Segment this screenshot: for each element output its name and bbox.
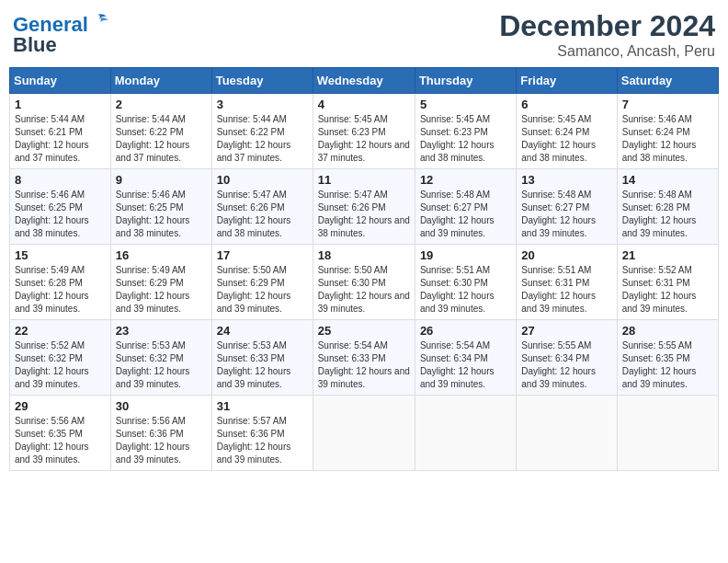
col-monday: Monday <box>110 68 211 94</box>
col-thursday: Thursday <box>415 68 516 94</box>
calendar-title: December 2024 <box>499 9 715 43</box>
cell-info: Sunrise: 5:45 AMSunset: 6:23 PMDaylight:… <box>318 114 410 163</box>
week-row-3: 15 Sunrise: 5:49 AMSunset: 6:28 PMDaylig… <box>10 245 719 320</box>
day-number: 7 <box>622 98 713 111</box>
title-block: December 2024 Samanco, Ancash, Peru <box>499 9 715 60</box>
day-number: 21 <box>622 248 713 262</box>
day-number: 15 <box>15 248 106 262</box>
cell-info: Sunrise: 5:52 AMSunset: 6:32 PMDaylight:… <box>15 340 89 389</box>
table-cell: 7 Sunrise: 5:46 AMSunset: 6:24 PMDayligh… <box>617 94 718 169</box>
cell-info: Sunrise: 5:44 AMSunset: 6:22 PMDaylight:… <box>217 114 291 163</box>
day-number: 23 <box>116 324 207 338</box>
day-number: 29 <box>15 399 106 413</box>
cell-info: Sunrise: 5:53 AMSunset: 6:32 PMDaylight:… <box>116 340 190 389</box>
cell-info: Sunrise: 5:55 AMSunset: 6:35 PMDaylight:… <box>622 340 697 389</box>
week-row-2: 8 Sunrise: 5:46 AMSunset: 6:25 PMDayligh… <box>10 169 719 245</box>
table-cell: 20 Sunrise: 5:51 AMSunset: 6:31 PMDaylig… <box>517 245 617 320</box>
cell-info: Sunrise: 5:45 AMSunset: 6:23 PMDaylight:… <box>420 114 495 163</box>
day-number: 12 <box>420 173 511 187</box>
table-cell: 30 Sunrise: 5:56 AMSunset: 6:36 PMDaylig… <box>110 396 211 471</box>
day-number: 26 <box>420 324 511 338</box>
table-cell: 11 Sunrise: 5:47 AMSunset: 6:26 PMDaylig… <box>313 169 415 245</box>
table-cell: 10 Sunrise: 5:47 AMSunset: 6:26 PMDaylig… <box>211 169 313 245</box>
table-cell: 27 Sunrise: 5:55 AMSunset: 6:34 PMDaylig… <box>517 320 617 396</box>
table-cell: 9 Sunrise: 5:46 AMSunset: 6:25 PMDayligh… <box>110 169 211 245</box>
day-number: 1 <box>15 98 106 111</box>
table-cell: 1 Sunrise: 5:44 AMSunset: 6:21 PMDayligh… <box>10 94 111 169</box>
cell-info: Sunrise: 5:46 AMSunset: 6:24 PMDaylight:… <box>622 114 697 163</box>
table-cell: 3 Sunrise: 5:44 AMSunset: 6:22 PMDayligh… <box>211 94 313 169</box>
cell-info: Sunrise: 5:51 AMSunset: 6:30 PMDaylight:… <box>420 265 495 314</box>
calendar-header-row: Sunday Monday Tuesday Wednesday Thursday… <box>10 68 719 94</box>
table-cell: 13 Sunrise: 5:48 AMSunset: 6:27 PMDaylig… <box>517 169 617 245</box>
cell-info: Sunrise: 5:48 AMSunset: 6:28 PMDaylight:… <box>622 190 697 238</box>
table-cell <box>415 396 516 471</box>
table-cell: 25 Sunrise: 5:54 AMSunset: 6:33 PMDaylig… <box>313 320 415 396</box>
table-cell: 16 Sunrise: 5:49 AMSunset: 6:29 PMDaylig… <box>110 245 211 320</box>
cell-info: Sunrise: 5:48 AMSunset: 6:27 PMDaylight:… <box>521 190 596 238</box>
cell-info: Sunrise: 5:50 AMSunset: 6:29 PMDaylight:… <box>217 265 291 314</box>
day-number: 30 <box>116 399 207 413</box>
day-number: 9 <box>116 173 207 187</box>
table-cell: 29 Sunrise: 5:56 AMSunset: 6:35 PMDaylig… <box>10 396 111 471</box>
table-cell: 23 Sunrise: 5:53 AMSunset: 6:32 PMDaylig… <box>110 320 211 396</box>
week-row-4: 22 Sunrise: 5:52 AMSunset: 6:32 PMDaylig… <box>10 320 719 396</box>
cell-info: Sunrise: 5:51 AMSunset: 6:31 PMDaylight:… <box>521 265 596 314</box>
day-number: 18 <box>318 248 410 262</box>
cell-info: Sunrise: 5:55 AMSunset: 6:34 PMDaylight:… <box>521 340 596 389</box>
cell-info: Sunrise: 5:49 AMSunset: 6:28 PMDaylight:… <box>15 265 89 314</box>
week-row-5: 29 Sunrise: 5:56 AMSunset: 6:35 PMDaylig… <box>10 396 719 471</box>
table-cell: 8 Sunrise: 5:46 AMSunset: 6:25 PMDayligh… <box>10 169 111 245</box>
cell-info: Sunrise: 5:54 AMSunset: 6:33 PMDaylight:… <box>318 340 410 389</box>
cell-info: Sunrise: 5:44 AMSunset: 6:22 PMDaylight:… <box>116 114 190 163</box>
day-number: 13 <box>521 173 611 187</box>
calendar-subtitle: Samanco, Ancash, Peru <box>499 43 715 60</box>
cell-info: Sunrise: 5:47 AMSunset: 6:26 PMDaylight:… <box>318 190 410 238</box>
cell-info: Sunrise: 5:50 AMSunset: 6:30 PMDaylight:… <box>318 265 410 314</box>
table-cell <box>617 396 718 471</box>
logo: General Blue <box>13 13 110 57</box>
table-cell: 4 Sunrise: 5:45 AMSunset: 6:23 PMDayligh… <box>313 94 415 169</box>
table-cell: 12 Sunrise: 5:48 AMSunset: 6:27 PMDaylig… <box>415 169 516 245</box>
day-number: 20 <box>521 248 611 262</box>
day-number: 24 <box>217 324 308 338</box>
logo-line2: Blue <box>13 33 57 57</box>
cell-info: Sunrise: 5:48 AMSunset: 6:27 PMDaylight:… <box>420 190 495 238</box>
table-cell: 18 Sunrise: 5:50 AMSunset: 6:30 PMDaylig… <box>313 245 415 320</box>
table-cell: 21 Sunrise: 5:52 AMSunset: 6:31 PMDaylig… <box>617 245 718 320</box>
cell-info: Sunrise: 5:49 AMSunset: 6:29 PMDaylight:… <box>116 265 190 314</box>
table-cell <box>517 396 617 471</box>
col-tuesday: Tuesday <box>211 68 313 94</box>
col-saturday: Saturday <box>617 68 718 94</box>
calendar-table: Sunday Monday Tuesday Wednesday Thursday… <box>9 67 719 471</box>
table-cell: 5 Sunrise: 5:45 AMSunset: 6:23 PMDayligh… <box>415 94 516 169</box>
bird-icon <box>90 13 110 29</box>
day-number: 16 <box>116 248 207 262</box>
cell-info: Sunrise: 5:54 AMSunset: 6:34 PMDaylight:… <box>420 340 495 389</box>
day-number: 11 <box>318 173 410 187</box>
day-number: 19 <box>420 248 511 262</box>
table-cell: 2 Sunrise: 5:44 AMSunset: 6:22 PMDayligh… <box>110 94 211 169</box>
cell-info: Sunrise: 5:47 AMSunset: 6:26 PMDaylight:… <box>217 190 291 238</box>
table-cell: 28 Sunrise: 5:55 AMSunset: 6:35 PMDaylig… <box>617 320 718 396</box>
day-number: 17 <box>217 248 308 262</box>
cell-info: Sunrise: 5:56 AMSunset: 6:36 PMDaylight:… <box>116 416 190 465</box>
cell-info: Sunrise: 5:56 AMSunset: 6:35 PMDaylight:… <box>15 416 89 465</box>
day-number: 28 <box>622 324 713 338</box>
cell-info: Sunrise: 5:57 AMSunset: 6:36 PMDaylight:… <box>217 416 291 465</box>
week-row-1: 1 Sunrise: 5:44 AMSunset: 6:21 PMDayligh… <box>10 94 719 169</box>
day-number: 31 <box>217 399 308 413</box>
table-cell: 26 Sunrise: 5:54 AMSunset: 6:34 PMDaylig… <box>415 320 516 396</box>
table-cell: 24 Sunrise: 5:53 AMSunset: 6:33 PMDaylig… <box>211 320 313 396</box>
day-number: 2 <box>116 98 207 111</box>
cell-info: Sunrise: 5:52 AMSunset: 6:31 PMDaylight:… <box>622 265 697 314</box>
table-cell: 17 Sunrise: 5:50 AMSunset: 6:29 PMDaylig… <box>211 245 313 320</box>
page-header: General Blue December 2024 Samanco, Anca… <box>9 9 719 60</box>
table-cell: 14 Sunrise: 5:48 AMSunset: 6:28 PMDaylig… <box>617 169 718 245</box>
day-number: 3 <box>217 98 308 111</box>
day-number: 22 <box>15 324 106 338</box>
cell-info: Sunrise: 5:53 AMSunset: 6:33 PMDaylight:… <box>217 340 291 389</box>
cell-info: Sunrise: 5:44 AMSunset: 6:21 PMDaylight:… <box>15 114 89 163</box>
table-cell: 6 Sunrise: 5:45 AMSunset: 6:24 PMDayligh… <box>517 94 617 169</box>
cell-info: Sunrise: 5:46 AMSunset: 6:25 PMDaylight:… <box>116 190 190 238</box>
